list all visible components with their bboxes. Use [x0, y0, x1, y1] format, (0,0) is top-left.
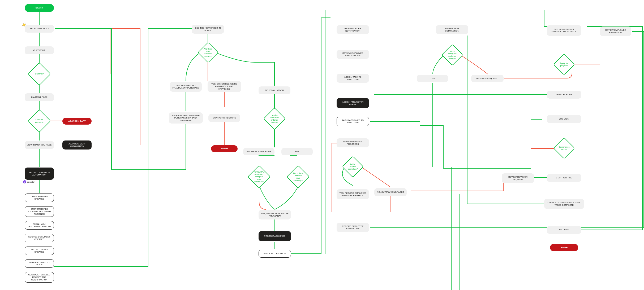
abandon-cart[interactable]: ABANDON CART — [62, 118, 92, 125]
confirm-payment-decision[interactable]: Confirm payment — [28, 109, 51, 133]
record-payroll[interactable]: YES, RECORD EMPLOYEE DETAILS FOR PAYROLL — [337, 189, 369, 199]
thankyou-doc-created[interactable]: THANK YOU DOCUMENT CREATED — [25, 221, 54, 230]
work-ready-yes[interactable]: YES — [417, 75, 448, 82]
customer-emailed-receipt[interactable]: CUSTOMER EMAILED RECEIPT AND CONFIRMATIO… — [25, 272, 54, 283]
start-writing[interactable]: START WRITING — [547, 174, 581, 182]
no-all-good[interactable]: NO IT'S ALL GOOD — [259, 86, 290, 94]
assign-task-employee[interactable]: ASSIGN TASK TO EMPLOYEE — [337, 74, 369, 83]
get-paid[interactable]: GET PAID — [547, 226, 581, 234]
customer-file-created[interactable]: CUSTOMER FILE CREATED — [25, 194, 54, 202]
see-new-project-slack[interactable]: SEE NEW PROJECT NOTIFICATION IN SLACK — [547, 25, 581, 36]
work-ready-decision[interactable]: Work ready for customer review? — [441, 44, 463, 66]
checkout[interactable]: CHECKOUT — [25, 46, 54, 54]
apply-project-decision[interactable]: Apply for project? — [553, 54, 575, 75]
something-weird[interactable]: YES, SOMETHING WEIRD AND UNIQUE HAS HAPP… — [208, 81, 241, 92]
review-pm-workload-decision[interactable]: Review PM workload, assign to least load… — [247, 165, 271, 188]
review-order-notification[interactable]: REVIEW ORDER NOTIFICATION — [337, 25, 369, 34]
confirm-label: Confirm? — [34, 73, 45, 75]
confirm-decision[interactable]: Confirm? — [28, 62, 51, 86]
confirm-payment-label: Confirm payment — [34, 118, 45, 123]
abandon-cart-automation[interactable]: ABANDON CART AUTOMATION — [62, 140, 92, 150]
job-won[interactable]: JOB WON — [547, 115, 581, 123]
last-pm-capacity-decision[interactable]: Does their last PM have capacity? — [286, 165, 310, 188]
first-time-order[interactable]: NO, FIRST TIME ORDER — [243, 148, 274, 155]
review-pm-workload-label: Review PM workload, assign to least load… — [254, 171, 265, 183]
payment-page[interactable]: PAYMENT PAGE — [25, 93, 54, 101]
assign-task-pm[interactable]: YES, ASSIGN TASK TO THE PM (ASANA) — [259, 210, 291, 219]
work-ready-label: Work ready for customer review? — [447, 50, 457, 60]
ordered-before-decision[interactable]: Has the customer ordered before? — [263, 108, 286, 130]
see-new-order-slack[interactable]: SEE THE NEW ORDER IN SLACK — [192, 25, 224, 34]
ordered-before-label: Has the customer ordered before? — [269, 114, 280, 124]
order-posted-slack[interactable]: ORDER POSTED TO SLACK — [25, 259, 54, 268]
project-tasks-created[interactable]: PROJECT TASKS CREATED — [25, 247, 54, 255]
project-creation-automation[interactable]: PROJECT CREATION AUTOMATION — [25, 168, 54, 180]
apply-project-label: Apply for project? — [559, 62, 569, 67]
flagged-fraud[interactable]: YES, FLAGGED AS A FRAUDULENT PURCHASE — [170, 82, 202, 92]
employee-finish[interactable]: FINISH — [550, 244, 578, 251]
commence-work-label: Commence work? — [559, 146, 570, 151]
outstanding-tasks[interactable]: NO, OUTSTANDING TASKS — [374, 188, 407, 196]
record-employee-evaluation[interactable]: RECORD EMPLOYEE EVALUATION — [337, 223, 369, 232]
connector-layer — [0, 0, 644, 290]
complete-milestone[interactable]: COMPLETE MILESTONE & MARK TASKS COMPLETE — [544, 199, 584, 209]
select-product[interactable]: SELECT PRODUCT — [25, 25, 54, 33]
review-employee-applications[interactable]: REVIEW EMPLOYEE APPLICATIONS — [337, 50, 369, 59]
question-badge[interactable]: ?question — [23, 180, 35, 183]
review-employee-evaluation[interactable]: REVIEW EMPLOYEE EVALUATION — [600, 27, 631, 36]
apply-for-job[interactable]: APPLY FOR JOB — [547, 91, 581, 99]
question-icon: ? — [23, 180, 26, 183]
contact-directors[interactable]: CONTACT DIRECTORS — [208, 114, 240, 122]
slack-notification[interactable]: SLACK NOTIFICATION — [259, 250, 291, 258]
last-pm-capacity-label: Does their last PM have capacity? — [293, 172, 304, 182]
request-bank-transfer[interactable]: REQUEST THE CUSTOMER PURCHASES BY BANK T… — [169, 112, 203, 124]
project-assigned[interactable]: PROJECT ASSIGNED — [259, 231, 291, 241]
obvious-issues-decision[interactable]: Are there any obvious issues? — [198, 42, 218, 63]
director-finish[interactable]: FINISH — [211, 145, 238, 152]
review-task-completion[interactable]: REVIEW TASK COMPLETION — [436, 25, 468, 34]
customer-file-storage[interactable]: CUSTOMER FILE STORAGE SETUP AND ASSIGNED — [25, 206, 54, 217]
project-complete-decision[interactable]: Is the project complete? — [342, 156, 364, 178]
assign-project-asana[interactable]: ASSIGN PROJECT IN ASANA — [337, 98, 369, 108]
review-revision-request[interactable]: REVIEW REVISION REQUEST — [502, 173, 534, 183]
project-complete-label: Is the project complete? — [348, 163, 358, 170]
commence-work-decision[interactable]: Commence work? — [553, 137, 575, 159]
source-doc-created[interactable]: SOURCE DOCUMENT CREATED — [25, 234, 54, 242]
obvious-issues-label: Are there any obvious issues? — [203, 48, 213, 58]
revision-required[interactable]: REVISION REQUIRED — [471, 75, 504, 82]
view-thank-you-page[interactable]: VIEW THANK YOU PAGE — [25, 141, 54, 149]
review-project-progress[interactable]: REVIEW PROJECT PROGRESS — [337, 138, 369, 147]
start-node[interactable]: START — [25, 4, 54, 12]
yes-branch[interactable]: YES — [281, 148, 313, 155]
tasks-assigned-employee[interactable]: TASKS ASSIGNED TO EMPLOYEE — [337, 117, 369, 126]
question-badge-label: question — [27, 181, 35, 183]
